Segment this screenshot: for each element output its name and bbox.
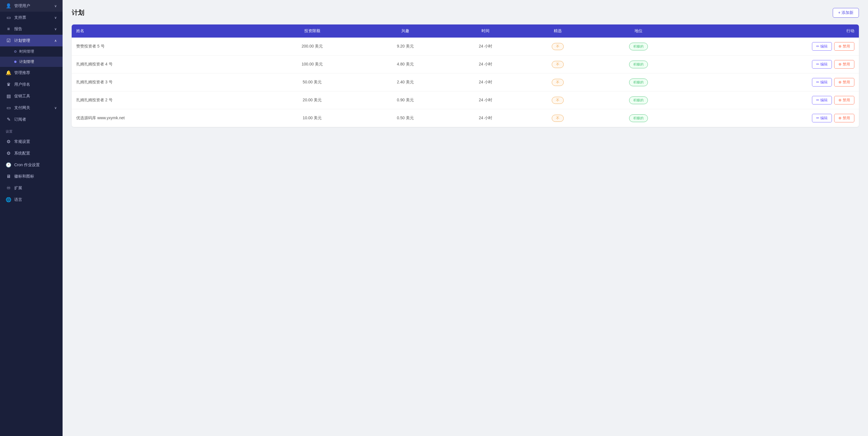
edit-button[interactable]: ✏ 编辑	[812, 114, 832, 122]
edit-button[interactable]: ✏ 编辑	[812, 78, 832, 87]
sidebar-item-label: 管理推荐	[14, 70, 30, 76]
cell-status: 积极的	[592, 109, 685, 127]
sidebar-item-manage-referrals[interactable]: 🔔 管理推荐	[0, 67, 63, 79]
cell-name: 扎姆扎姆投资者 3 号	[72, 74, 262, 91]
featured-badge: 不	[552, 61, 564, 68]
sidebar-item-plan-management[interactable]: ☑ 计划管理 ∧	[0, 35, 63, 47]
table-row: 赞赞投资者 5 号 200.00 美元 9.20 美元 24 小时 不 积极的 …	[72, 37, 859, 56]
disable-button[interactable]: ⊗ 禁用	[834, 60, 854, 68]
sidebar-item-system-config[interactable]: ⚙ 系统配置	[0, 147, 63, 159]
bell-icon: 🔔	[6, 70, 11, 76]
sidebar-item-language[interactable]: 🌐 语言	[0, 194, 63, 205]
sidebar-item-promo-tools[interactable]: ▤ 促销工具	[0, 90, 63, 102]
config-icon: ⚙	[6, 150, 11, 156]
ranking-icon: ♛	[6, 82, 11, 87]
cell-time: 24 小时	[448, 74, 523, 91]
status-badge: 积极的	[629, 96, 648, 104]
gear-icon: ⚙	[6, 139, 11, 144]
sidebar-item-label: 报告	[14, 26, 22, 32]
sidebar-item-logo-icons[interactable]: 🖥 徽标和图标	[0, 171, 63, 182]
cell-interest: 4.80 美元	[362, 56, 448, 74]
sidebar-item-reports[interactable]: ≡ 报告 ∨	[0, 23, 63, 35]
sub-item-label: 计划管理	[19, 59, 34, 64]
sidebar-item-label: Cron 作业设置	[14, 163, 40, 168]
cell-status: 积极的	[592, 37, 685, 56]
cell-name: 优选源码库 www.yxymk.net	[72, 109, 262, 127]
table-header-row: 姓名 投资限额 兴趣 时间 精选 地位 行动	[72, 25, 859, 37]
sidebar-item-general-settings[interactable]: ⚙ 常规设置	[0, 136, 63, 147]
disable-button[interactable]: ⊗ 禁用	[834, 42, 854, 51]
disable-button[interactable]: ⊗ 禁用	[834, 96, 854, 105]
cell-name: 扎姆扎姆投资者 4 号	[72, 56, 262, 74]
sidebar-item-label: 语言	[14, 197, 22, 202]
sidebar-item-label: 支持票	[14, 15, 26, 20]
sidebar-item-payment-gateway[interactable]: ▭ 支付网关 ∨	[0, 102, 63, 114]
settings-section-label: 设置	[0, 125, 63, 136]
cell-interest: 0.50 美元	[362, 109, 448, 127]
col-header-featured: 精选	[523, 25, 593, 37]
sub-item-label: 时间管理	[19, 49, 34, 54]
reports-icon: ≡	[6, 26, 11, 32]
cell-time: 24 小时	[448, 109, 523, 127]
col-header-status: 地位	[592, 25, 685, 37]
col-header-time: 时间	[448, 25, 523, 37]
disable-button[interactable]: ⊗ 禁用	[834, 114, 854, 122]
sidebar-item-label: 管理用户	[14, 3, 30, 8]
sub-dot-icon	[14, 50, 17, 53]
main-content: 计划 + 添加新 姓名 投资限额 兴趣 时间 精选 地位 行动	[63, 0, 868, 436]
sidebar-item-manage-users[interactable]: 👤 管理用户 ∨	[0, 0, 63, 12]
cell-actions: ✏ 编辑 ⊗ 禁用	[685, 91, 859, 109]
cell-status: 积极的	[592, 91, 685, 109]
table-row: 扎姆扎姆投资者 2 号 20.00 美元 0.90 美元 24 小时 不 积极的…	[72, 91, 859, 109]
sidebar-sub-time-management[interactable]: 时间管理	[0, 47, 63, 57]
page-header: 计划 + 添加新	[72, 8, 859, 18]
edit-button[interactable]: ✏ 编辑	[812, 60, 832, 68]
clock-icon: 🕐	[6, 162, 11, 168]
sidebar-item-label: 徽标和图标	[14, 174, 34, 179]
col-header-actions: 行动	[685, 25, 859, 37]
status-badge: 积极的	[629, 61, 648, 68]
sidebar-item-label: 系统配置	[14, 151, 30, 156]
featured-badge: 不	[552, 79, 564, 86]
table-row: 扎姆扎姆投资者 4 号 100.00 美元 4.80 美元 24 小时 不 积极…	[72, 56, 859, 74]
sidebar-item-user-ranking[interactable]: ♛ 用户排名	[0, 79, 63, 90]
plans-table-container: 姓名 投资限额 兴趣 时间 精选 地位 行动 赞赞投资者 5 号 200.00 …	[72, 25, 859, 127]
featured-badge: 不	[552, 97, 564, 104]
cell-actions: ✏ 编辑 ⊗ 禁用	[685, 74, 859, 91]
sidebar-item-cron-settings[interactable]: 🕐 Cron 作业设置	[0, 159, 63, 171]
cell-time: 24 小时	[448, 91, 523, 109]
promo-icon: ▤	[6, 93, 11, 99]
sidebar-item-support-tickets[interactable]: ▭ 支持票 ∨	[0, 12, 63, 23]
chevron-up-icon: ∧	[54, 39, 57, 43]
payment-icon: ▭	[6, 105, 11, 110]
add-new-button[interactable]: + 添加新	[833, 8, 859, 18]
featured-badge: 不	[552, 115, 564, 122]
edit-button[interactable]: ✏ 编辑	[812, 96, 832, 105]
plan-icon: ☑	[6, 38, 11, 43]
chevron-down-icon: ∨	[54, 4, 57, 8]
status-badge: 积极的	[629, 114, 648, 122]
manage-users-icon: 👤	[6, 3, 11, 8]
cell-featured: 不	[523, 91, 593, 109]
page-title: 计划	[72, 8, 84, 17]
sidebar-item-extensions[interactable]: ♾ 扩展	[0, 182, 63, 194]
extension-icon: ♾	[6, 185, 11, 191]
cell-actions: ✏ 编辑 ⊗ 禁用	[685, 37, 859, 56]
sidebar-item-label: 支付网关	[14, 105, 30, 110]
featured-badge: 不	[552, 43, 564, 50]
col-header-investment: 投资限额	[262, 25, 362, 37]
cell-time: 24 小时	[448, 37, 523, 56]
edit-button[interactable]: ✏ 编辑	[812, 42, 832, 51]
cell-interest: 9.20 美元	[362, 37, 448, 56]
sidebar-item-label: 订阅者	[14, 117, 26, 122]
sidebar-item-label: 扩展	[14, 185, 22, 191]
sidebar-item-subscribers[interactable]: ✎ 订阅者	[0, 114, 63, 125]
cell-featured: 不	[523, 109, 593, 127]
chevron-down-icon: ∨	[54, 106, 57, 110]
sidebar-sub-plan-management[interactable]: 计划管理	[0, 57, 63, 67]
sidebar-item-label: 促销工具	[14, 94, 30, 99]
disable-button[interactable]: ⊗ 禁用	[834, 78, 854, 87]
sidebar-item-label: 计划管理	[14, 38, 30, 43]
cell-actions: ✏ 编辑 ⊗ 禁用	[685, 56, 859, 74]
status-badge: 积极的	[629, 43, 648, 50]
